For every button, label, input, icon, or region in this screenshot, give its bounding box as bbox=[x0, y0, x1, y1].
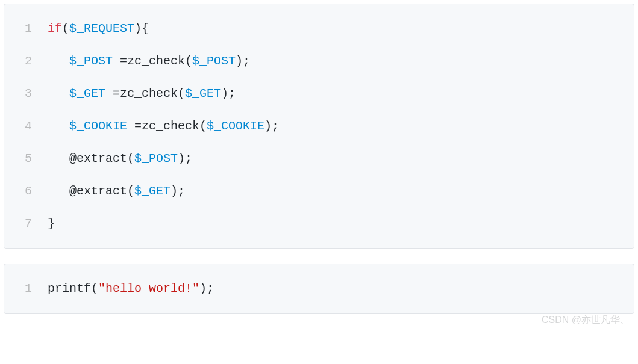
token: ){ bbox=[134, 22, 149, 35]
token: $_COOKIE bbox=[69, 119, 127, 133]
code-content: @extract($_GET); bbox=[48, 175, 185, 208]
code-content: @extract($_POST); bbox=[48, 143, 192, 175]
token: $_POST bbox=[192, 54, 236, 68]
token: if bbox=[48, 22, 62, 35]
code-content: $_GET =zc_check($_GET); bbox=[48, 78, 236, 110]
token: @ bbox=[69, 184, 77, 198]
token: =zc_check( bbox=[113, 54, 192, 68]
token: extract bbox=[77, 184, 127, 198]
token: ); bbox=[178, 152, 192, 165]
line-number: 4 bbox=[14, 110, 32, 143]
token: ); bbox=[170, 184, 185, 198]
line-number: 5 bbox=[14, 143, 32, 175]
code-line: 1if($_REQUEST){ bbox=[4, 13, 634, 45]
code-block: 1printf("hello world!"); bbox=[4, 264, 634, 314]
code-line: 7} bbox=[4, 208, 634, 240]
code-line: 4 $_COOKIE =zc_check($_COOKIE); bbox=[4, 110, 634, 143]
line-number: 7 bbox=[14, 208, 32, 240]
indent bbox=[48, 54, 69, 68]
code-content: $_POST =zc_check($_POST); bbox=[48, 45, 250, 78]
token: $_REQUEST bbox=[69, 22, 134, 35]
token: $_COOKIE bbox=[207, 119, 264, 133]
token: "hello world!" bbox=[98, 282, 199, 295]
code-line: 5 @extract($_POST); bbox=[4, 143, 634, 175]
token: ); bbox=[199, 282, 214, 295]
token: =zc_check( bbox=[127, 119, 207, 133]
token: printf bbox=[48, 282, 91, 295]
code-content: if($_REQUEST){ bbox=[48, 13, 149, 45]
indent bbox=[48, 119, 69, 133]
token: ( bbox=[127, 184, 134, 198]
line-number: 6 bbox=[14, 175, 32, 208]
token: ( bbox=[127, 152, 134, 165]
token: } bbox=[48, 217, 55, 230]
code-line: 2 $_POST =zc_check($_POST); bbox=[4, 45, 634, 78]
line-number: 2 bbox=[14, 45, 32, 78]
indent bbox=[48, 87, 69, 100]
line-number: 1 bbox=[14, 273, 32, 305]
code-line: 3 $_GET =zc_check($_GET); bbox=[4, 78, 634, 110]
code-content: $_COOKIE =zc_check($_COOKIE); bbox=[48, 110, 279, 143]
code-line: 6 @extract($_GET); bbox=[4, 175, 634, 208]
code-line: 1printf("hello world!"); bbox=[4, 273, 634, 305]
token: $_POST bbox=[134, 152, 178, 165]
token: $_POST bbox=[69, 54, 113, 68]
indent bbox=[48, 184, 69, 198]
token: @ bbox=[69, 152, 77, 165]
token: ); bbox=[221, 87, 236, 100]
code-content: printf("hello world!"); bbox=[48, 273, 214, 305]
code-block: 1if($_REQUEST){2 $_POST =zc_check($_POST… bbox=[4, 4, 634, 249]
token: ( bbox=[91, 282, 98, 295]
token: $_GET bbox=[134, 184, 170, 198]
token: $_GET bbox=[69, 87, 105, 100]
indent bbox=[48, 152, 69, 165]
token: $_GET bbox=[185, 87, 221, 100]
code-content: } bbox=[48, 208, 55, 240]
token: ( bbox=[62, 22, 69, 35]
token: =zc_check( bbox=[105, 87, 185, 100]
token: extract bbox=[77, 152, 127, 165]
watermark: CSDN @亦世凡华、 bbox=[542, 313, 630, 327]
line-number: 1 bbox=[14, 13, 32, 45]
line-number: 3 bbox=[14, 78, 32, 110]
token: ); bbox=[236, 54, 250, 68]
token: ); bbox=[264, 119, 279, 133]
